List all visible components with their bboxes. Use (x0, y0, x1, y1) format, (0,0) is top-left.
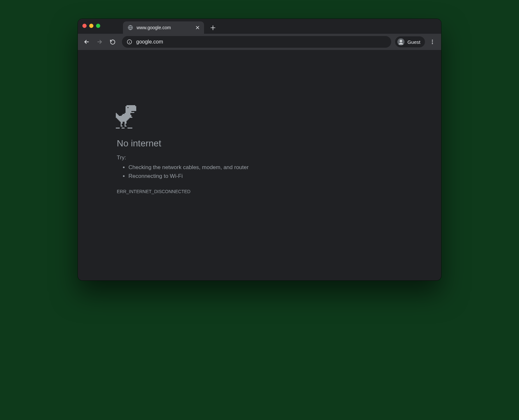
svg-rect-35 (121, 124, 122, 126)
svg-rect-25 (130, 116, 131, 118)
toolbar: google.com Guest (78, 34, 441, 50)
svg-rect-38 (125, 126, 127, 127)
svg-rect-28 (116, 117, 130, 118)
guest-avatar-icon (397, 38, 405, 46)
svg-rect-19 (125, 113, 130, 114)
svg-point-6 (432, 40, 433, 41)
svg-rect-18 (127, 107, 128, 108)
svg-rect-34 (125, 122, 127, 124)
svg-rect-41 (127, 128, 132, 129)
svg-rect-17 (126, 112, 134, 113)
close-tab-button[interactable] (194, 24, 201, 31)
svg-rect-21 (116, 114, 118, 115)
try-label: Try: (117, 154, 402, 161)
svg-rect-31 (119, 120, 127, 121)
svg-rect-37 (121, 126, 123, 127)
new-tab-button[interactable] (208, 23, 218, 32)
svg-rect-12 (126, 107, 136, 108)
svg-rect-30 (118, 119, 128, 120)
svg-rect-39 (116, 128, 120, 129)
suggestion-item: Checking the network cables, modem, and … (128, 163, 402, 172)
profile-label: Guest (407, 39, 420, 45)
svg-rect-36 (125, 124, 126, 126)
minimize-window-button[interactable] (89, 24, 93, 28)
page-content: No internet Try: Checking the network ca… (78, 50, 441, 280)
svg-rect-23 (116, 115, 119, 116)
svg-rect-13 (126, 108, 136, 109)
forward-button[interactable] (94, 36, 105, 47)
svg-rect-33 (121, 122, 123, 124)
fullscreen-window-button[interactable] (96, 24, 100, 28)
globe-icon (127, 25, 133, 31)
svg-point-5 (400, 40, 402, 43)
svg-rect-15 (126, 110, 136, 111)
svg-rect-32 (120, 121, 127, 122)
profile-button[interactable]: Guest (395, 36, 425, 47)
error-code: ERR_INTERNET_DISCONNECTED (117, 189, 402, 194)
tab-strip: www.google.com (78, 19, 441, 34)
back-button[interactable] (81, 36, 92, 47)
svg-rect-27 (116, 116, 130, 117)
svg-rect-10 (127, 105, 135, 106)
tab-title: www.google.com (137, 25, 194, 30)
reload-button[interactable] (107, 36, 118, 47)
browser-tab[interactable]: www.google.com (123, 21, 204, 34)
svg-rect-16 (126, 111, 131, 112)
browser-window: www.google.com (78, 19, 441, 280)
address-bar-text: google.com (136, 39, 163, 45)
svg-rect-20 (116, 113, 117, 114)
svg-point-7 (432, 42, 433, 43)
svg-rect-26 (131, 117, 132, 118)
dino-icon[interactable] (115, 105, 402, 129)
svg-rect-14 (126, 109, 136, 110)
svg-rect-29 (117, 118, 129, 119)
svg-rect-11 (126, 106, 136, 107)
svg-point-8 (432, 43, 433, 44)
site-info-icon[interactable] (127, 39, 132, 45)
suggestion-list: Checking the network cables, modem, and … (117, 163, 402, 180)
svg-rect-9 (127, 105, 127, 106)
svg-rect-22 (123, 114, 130, 115)
address-bar[interactable]: google.com (122, 36, 391, 48)
error-heading: No internet (117, 138, 402, 149)
svg-rect-24 (122, 115, 131, 116)
close-window-button[interactable] (82, 24, 87, 28)
menu-button[interactable] (427, 36, 438, 47)
window-controls (82, 24, 100, 28)
suggestion-item: Reconnecting to Wi-Fi (128, 172, 402, 180)
svg-rect-40 (122, 128, 125, 129)
